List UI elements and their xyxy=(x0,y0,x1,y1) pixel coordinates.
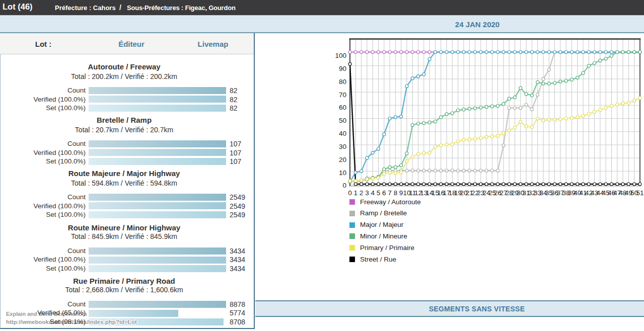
svg-text:8: 8 xyxy=(394,189,398,197)
svg-text:7: 7 xyxy=(388,189,392,197)
svg-text:0: 0 xyxy=(342,182,346,189)
svg-text:10: 10 xyxy=(339,169,346,177)
svg-text:50: 50 xyxy=(339,117,346,124)
svg-text:100: 100 xyxy=(335,52,346,59)
svg-text:5: 5 xyxy=(377,189,381,197)
svg-text:80: 80 xyxy=(339,78,346,86)
svg-text:51: 51 xyxy=(636,189,643,197)
svg-text:9: 9 xyxy=(399,189,403,197)
svg-text:90: 90 xyxy=(339,65,346,72)
svg-text:1: 1 xyxy=(354,189,358,197)
svg-text:20: 20 xyxy=(339,156,346,163)
svg-text:4: 4 xyxy=(371,189,375,197)
svg-text:40: 40 xyxy=(339,130,346,137)
svg-text:30: 30 xyxy=(339,143,346,150)
svg-text:3: 3 xyxy=(365,189,369,197)
svg-text:2: 2 xyxy=(360,189,364,197)
svg-text:60: 60 xyxy=(339,104,346,111)
svg-text:0: 0 xyxy=(348,189,352,197)
svg-text:70: 70 xyxy=(339,91,346,99)
svg-text:6: 6 xyxy=(382,189,386,197)
